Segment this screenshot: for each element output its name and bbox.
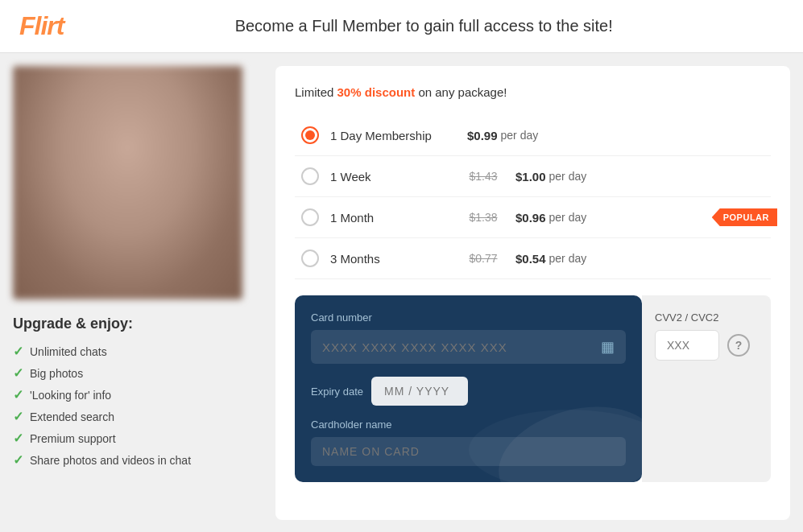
logo-text: Flirt <box>19 11 64 40</box>
header: Flirt Become a Full Member to gain full … <box>0 0 803 53</box>
logo: Flirt <box>19 11 64 41</box>
radio-1week[interactable] <box>301 167 319 185</box>
plan-name-1week: 1 Week <box>330 170 459 184</box>
price-3months: $0.54 <box>515 252 546 266</box>
card-number-input[interactable] <box>322 340 601 354</box>
feature-list: ✓ Unlimited chats ✓ Big photos ✓ 'Lookin… <box>13 344 263 468</box>
card-icon: ▦ <box>601 338 615 356</box>
feature-label: Share photos and videos in chat <box>30 454 191 467</box>
payment-wrapper: Card number ▦ Expiry date Cardholder nam… <box>295 295 771 482</box>
discount-text-before: Limited <box>295 85 337 99</box>
cvv-input[interactable] <box>655 330 719 361</box>
price-1month: $0.96 <box>515 211 546 225</box>
feature-item: ✓ Extended search <box>13 409 263 424</box>
pricing-options: 1 Day Membership $0.99 per day 1 Week $1… <box>295 115 771 279</box>
feature-label: Big photos <box>30 367 83 380</box>
discount-text-after: on any package! <box>415 85 507 99</box>
cardholder-input[interactable] <box>311 437 626 466</box>
expiry-group: Expiry date <box>311 377 626 406</box>
original-price-1month: $1.38 <box>459 211 507 224</box>
expiry-input[interactable] <box>371 377 468 406</box>
cvv-panel: CVV2 / CVC2 ? <box>642 295 771 482</box>
plan-name-3months: 3 Months <box>330 252 459 266</box>
expiry-label: Expiry date <box>311 386 363 398</box>
popular-badge: POPULAR <box>712 208 777 226</box>
profile-photo <box>13 66 242 299</box>
per-day-1week: per day <box>549 170 587 183</box>
feature-item: ✓ Big photos <box>13 365 263 381</box>
radio-1day[interactable] <box>301 126 319 144</box>
feature-item: ✓ 'Looking for' info <box>13 387 263 402</box>
plan-row-1month[interactable]: 1 Month $1.38 $0.96 per day POPULAR <box>295 197 771 238</box>
plan-name-1day: 1 Day Membership <box>330 129 459 142</box>
per-day-3months: per day <box>549 252 587 265</box>
cardholder-group: Cardholder name <box>311 419 626 466</box>
payment-form: Card number ▦ Expiry date Cardholder nam… <box>295 295 642 482</box>
cvv-row: ? <box>655 330 758 361</box>
price-1day: $0.99 <box>467 129 498 142</box>
per-day-1day: per day <box>501 129 539 142</box>
radio-1month[interactable] <box>301 208 319 226</box>
cardholder-label: Cardholder name <box>311 419 626 431</box>
discount-banner: Limited 30% discount on any package! <box>295 85 771 99</box>
plan-name-1month: 1 Month <box>330 211 459 225</box>
feature-label: 'Looking for' info <box>30 389 111 402</box>
plan-row-1day[interactable]: 1 Day Membership $0.99 per day <box>295 115 771 156</box>
original-price-1week: $1.43 <box>459 170 507 183</box>
per-day-1month: per day <box>549 211 587 224</box>
check-icon: ✓ <box>13 365 23 381</box>
discount-percentage: 30% discount <box>337 85 416 99</box>
feature-label: Premium support <box>30 432 116 445</box>
card-number-label: Card number <box>311 311 626 324</box>
header-title: Become a Full Member to gain full access… <box>64 17 784 35</box>
radio-3months[interactable] <box>301 250 319 267</box>
left-panel: Upgrade & enjoy: ✓ Unlimited chats ✓ Big… <box>13 66 263 520</box>
check-icon: ✓ <box>13 344 23 359</box>
check-icon: ✓ <box>13 452 23 468</box>
upgrade-title: Upgrade & enjoy: <box>13 315 263 332</box>
cvv-label: CVV2 / CVC2 <box>655 311 758 324</box>
feature-item: ✓ Unlimited chats <box>13 344 263 359</box>
cvv-help-icon[interactable]: ? <box>727 334 750 357</box>
check-icon: ✓ <box>13 409 23 424</box>
feature-item: ✓ Premium support <box>13 431 263 446</box>
check-icon: ✓ <box>13 431 23 446</box>
main-content: Upgrade & enjoy: ✓ Unlimited chats ✓ Big… <box>0 53 803 532</box>
feature-label: Extended search <box>30 410 114 423</box>
card-number-row: ▦ <box>311 330 626 364</box>
plan-row-3months[interactable]: 3 Months $0.77 $0.54 per day <box>295 238 771 279</box>
plan-row-1week[interactable]: 1 Week $1.43 $1.00 per day <box>295 156 771 197</box>
check-icon: ✓ <box>13 387 23 402</box>
feature-item: ✓ Share photos and videos in chat <box>13 452 263 468</box>
right-panel: Limited 30% discount on any package! 1 D… <box>275 66 790 520</box>
upgrade-section: Upgrade & enjoy: ✓ Unlimited chats ✓ Big… <box>13 315 263 468</box>
price-1week: $1.00 <box>515 170 546 184</box>
original-price-3months: $0.77 <box>459 252 507 265</box>
feature-label: Unlimited chats <box>30 345 107 358</box>
